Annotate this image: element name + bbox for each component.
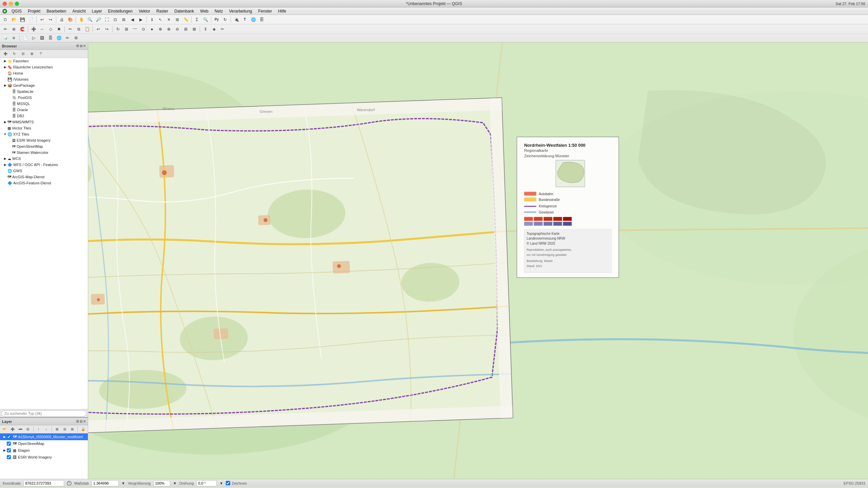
browser-item-db2[interactable]: ▶ 🗄 DB2 bbox=[0, 113, 88, 119]
rotation-dropdown-icon[interactable]: ▼ bbox=[219, 481, 223, 485]
browser-collapse-icon[interactable]: ⊟ bbox=[80, 44, 82, 48]
new-project-btn[interactable]: 🗋 bbox=[1, 16, 9, 23]
undo-btn[interactable]: ↩ bbox=[38, 16, 46, 23]
layer-item-rk150[interactable]: ▶ 🗺 rk150cmyk_05500000_Münster_modifizie… bbox=[0, 433, 88, 440]
layer-visible-etagen[interactable] bbox=[7, 448, 11, 452]
open-table-btn[interactable]: ⊞ bbox=[173, 16, 181, 23]
open-project-btn[interactable]: 📂 bbox=[10, 16, 18, 23]
menu-qgis[interactable]: QGIS bbox=[9, 8, 24, 14]
layer-visible-rk150[interactable] bbox=[7, 435, 11, 439]
layer-group-btn[interactable]: ⊞ bbox=[54, 426, 61, 433]
browser-item-xyztiles[interactable]: ▼ 🌐 XYZ Tiles bbox=[0, 131, 88, 137]
plugin-btn[interactable]: 🔌 bbox=[232, 16, 240, 23]
layer-tree[interactable]: ▶ 🗺 rk150cmyk_05500000_Münster_modifizie… bbox=[0, 433, 88, 479]
add-db-btn[interactable]: 🗄 bbox=[46, 34, 55, 42]
add-wms-btn[interactable]: 🌐 bbox=[55, 34, 63, 42]
search-btn[interactable]: 🔍 bbox=[201, 16, 210, 23]
trim-btn[interactable]: ✂ bbox=[218, 25, 226, 33]
menu-datenbank[interactable]: Datenbank bbox=[172, 8, 197, 14]
zoom-out-btn[interactable]: 🔎 bbox=[94, 16, 102, 23]
browser-item-oracle[interactable]: ▶ 🗄 Oracle bbox=[0, 107, 88, 113]
browser-item-favoriten[interactable]: ▶ ⭐ Favoriten bbox=[0, 58, 88, 64]
scale-dropdown-icon[interactable]: ▼ bbox=[121, 481, 125, 485]
add-vector-btn[interactable]: ▷ bbox=[29, 34, 38, 42]
layer-lock-btn[interactable]: 🔒 bbox=[79, 426, 86, 433]
menu-raster[interactable]: Raster bbox=[154, 8, 171, 14]
maximize-button[interactable] bbox=[15, 2, 19, 6]
browser-search-input[interactable] bbox=[1, 410, 86, 416]
label-btn[interactable]: T bbox=[241, 16, 249, 23]
save-project-btn[interactable]: 💾 bbox=[18, 16, 26, 23]
zoom-in-btn[interactable]: 🔍 bbox=[86, 16, 94, 23]
rotate-btn[interactable]: ↻ bbox=[114, 25, 122, 33]
field-calc-btn[interactable]: Σ bbox=[193, 16, 201, 23]
scale-btn[interactable]: ⊞ bbox=[122, 25, 131, 33]
add-raster-btn[interactable]: 🖼 bbox=[38, 34, 46, 42]
copy-btn[interactable]: ⧉ bbox=[75, 25, 83, 33]
zoom-layer-btn[interactable]: ⊡ bbox=[111, 16, 119, 23]
browser-item-stamen[interactable]: ▶ 🗺 Stamen Watercolor bbox=[0, 149, 88, 156]
browser-item-osm[interactable]: ▶ 🗺 OpenStreetMap bbox=[0, 143, 88, 149]
browser-item-home[interactable]: ▶ 🏠 Home bbox=[0, 70, 88, 76]
menu-vektor[interactable]: Vektor bbox=[136, 8, 153, 14]
del-part-btn[interactable]: ⊖ bbox=[173, 25, 181, 33]
layer-collapse-icon[interactable]: ⊟ bbox=[80, 420, 82, 423]
menu-web[interactable]: Web bbox=[197, 8, 211, 14]
add-feature-btn[interactable]: ➕ bbox=[29, 25, 38, 33]
menu-verarbeitung[interactable]: Verarbeitung bbox=[226, 8, 255, 14]
browser-item-arcgis-map[interactable]: ▶ 🗺 ArcGIS-Map-Dienst bbox=[0, 174, 88, 180]
layout-mgr-btn[interactable]: ⊞ bbox=[10, 34, 18, 42]
minimize-button[interactable] bbox=[9, 2, 13, 6]
add-part-btn[interactable]: ⊕ bbox=[165, 25, 173, 33]
layer-item-etagen[interactable]: ▶ ▦ Etagen bbox=[0, 447, 88, 454]
split-btn[interactable]: ⊠ bbox=[190, 25, 198, 33]
redo-btn[interactable]: ↪ bbox=[46, 16, 55, 23]
report-btn[interactable]: 📊 bbox=[1, 34, 9, 42]
magnification-dropdown-icon[interactable]: ▼ bbox=[173, 481, 177, 485]
layer-item-esri[interactable]: ▶ 🖼 ESRI World Imagery bbox=[0, 454, 88, 461]
select-btn[interactable]: ↖ bbox=[156, 16, 164, 23]
menu-fenster[interactable]: Fenster bbox=[256, 8, 275, 14]
browser-item-esri[interactable]: ▶ 🖼 ESRI World Imagery bbox=[0, 137, 88, 143]
browser-item-mssql[interactable]: ▶ 🗄 MSSQL bbox=[0, 101, 88, 107]
edit-btn[interactable]: ✏ bbox=[1, 25, 9, 33]
browser-item-wfs[interactable]: ▶ 🔷 WFS / OGC API - Features bbox=[0, 162, 88, 168]
print-layout-btn[interactable]: 🖨 bbox=[58, 16, 66, 23]
style-manager-btn[interactable]: 🎨 bbox=[66, 16, 74, 23]
paste-btn[interactable]: 📋 bbox=[83, 25, 91, 33]
python-btn[interactable]: Py bbox=[213, 16, 221, 23]
layer-up-btn[interactable]: ↑ bbox=[35, 426, 42, 433]
measure-btn[interactable]: 📏 bbox=[182, 16, 190, 23]
deselect-btn[interactable]: ✕ bbox=[165, 16, 173, 23]
browser-item-postgis[interactable]: ▶ 🐘 PostGIS bbox=[0, 95, 88, 101]
menu-netz[interactable]: Netz bbox=[212, 8, 226, 14]
delete-feature-btn[interactable]: ✖ bbox=[55, 25, 63, 33]
zoom-full-btn[interactable]: ⛶ bbox=[103, 16, 111, 23]
menu-layer[interactable]: Layer bbox=[89, 8, 105, 14]
layer-down-btn[interactable]: ↓ bbox=[43, 426, 50, 433]
zoom-next-btn[interactable]: ▶ bbox=[137, 16, 145, 23]
browser-item-vectortiles[interactable]: ▶ ▦ Vector Tiles bbox=[0, 125, 88, 131]
identify-btn[interactable]: ℹ bbox=[148, 16, 156, 23]
menu-einstellungen[interactable]: Einstellungen bbox=[105, 8, 135, 14]
undo2-btn[interactable]: ↩ bbox=[94, 25, 102, 33]
pan-btn[interactable]: ✋ bbox=[77, 16, 85, 23]
browser-item-lesezeichen[interactable]: ▶ 🔖 Räumliche Lesezeichen bbox=[0, 64, 88, 70]
cut-btn[interactable]: ✂ bbox=[66, 25, 74, 33]
offset-btn[interactable]: ⇕ bbox=[201, 25, 210, 33]
redo2-btn[interactable]: ↪ bbox=[103, 25, 111, 33]
layer-add-btn[interactable]: ➕ bbox=[9, 426, 16, 433]
layer-visible-osm[interactable] bbox=[7, 442, 11, 446]
layer-visible-esri[interactable] bbox=[7, 455, 11, 459]
browser-item-spatialite[interactable]: ▶ 🗄 SpatiaLite bbox=[0, 88, 88, 95]
simplify-btn[interactable]: 〰 bbox=[131, 25, 139, 33]
render-checkbox[interactable] bbox=[226, 481, 230, 485]
coordinate-input[interactable] bbox=[23, 480, 64, 486]
browser-settings-icon[interactable]: ⚙ bbox=[76, 44, 79, 48]
layer-item-osm[interactable]: ▶ 🗺 OpenStreetMap bbox=[0, 440, 88, 447]
browser-collapse-all-btn[interactable]: ⊞ bbox=[28, 50, 36, 58]
map-canvas[interactable]: Nordrhein-Westfalen 1:50 000 Regionalkar… bbox=[88, 42, 868, 479]
merge-btn[interactable]: ⊞ bbox=[182, 25, 190, 33]
browser-help-btn[interactable]: ? bbox=[37, 50, 45, 58]
browser-item-arcgis-feature[interactable]: ▶ 🔷 ArcGIS-Feature-Dienst bbox=[0, 180, 88, 186]
